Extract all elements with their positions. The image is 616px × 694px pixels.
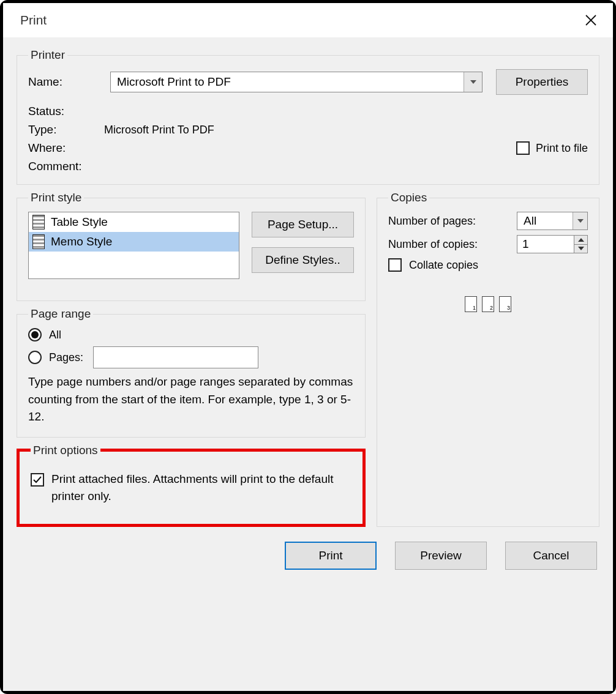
page-icon: 1 bbox=[465, 296, 477, 312]
copies-legend: Copies bbox=[388, 191, 429, 204]
chevron-down-icon bbox=[577, 219, 584, 223]
copies-group: Copies Number of pages: All Number of co… bbox=[377, 191, 599, 527]
printer-status-label: Status: bbox=[28, 105, 97, 118]
number-of-copies-value: 1 bbox=[517, 236, 574, 253]
document-icon bbox=[32, 234, 45, 249]
page-range-all-radio[interactable] bbox=[28, 328, 42, 341]
collate-label: Collate copies bbox=[409, 259, 478, 272]
printer-type-label: Type: bbox=[28, 123, 97, 136]
page-range-pages-radio[interactable] bbox=[28, 351, 42, 364]
dialog-body: Printer Name: Microsoft Print to PDF Pro… bbox=[3, 37, 613, 691]
close-icon bbox=[585, 14, 597, 26]
style-item-table[interactable]: Table Style bbox=[29, 212, 239, 232]
print-to-file-checkbox[interactable] bbox=[516, 141, 530, 155]
print-to-file-option[interactable]: Print to file bbox=[516, 141, 588, 155]
page-setup-button[interactable]: Page Setup... bbox=[252, 212, 354, 237]
print-button[interactable]: Print bbox=[285, 542, 377, 570]
page-icon: 3 bbox=[499, 296, 511, 312]
define-styles-button[interactable]: Define Styles.. bbox=[252, 247, 354, 273]
page-range-all-label: All bbox=[49, 329, 61, 341]
printer-name-value: Microsoft Print to PDF bbox=[111, 75, 464, 89]
titlebar: Print bbox=[3, 3, 613, 37]
preview-button[interactable]: Preview bbox=[395, 542, 487, 570]
printer-where-label: Where: bbox=[28, 141, 97, 155]
print-style-listbox[interactable]: Table Style Memo Style bbox=[28, 212, 239, 279]
collate-preview: 1 2 3 bbox=[388, 296, 588, 312]
printer-comment-label: Comment: bbox=[28, 160, 97, 173]
printer-legend: Printer bbox=[28, 48, 67, 62]
number-of-copies-label: Number of copies: bbox=[388, 238, 478, 251]
footer-buttons: Print Preview Cancel bbox=[17, 542, 597, 570]
window-title: Print bbox=[20, 13, 47, 28]
number-of-pages-dropdown-button[interactable] bbox=[573, 212, 587, 229]
copies-increment-button[interactable] bbox=[574, 236, 587, 245]
page-range-pages-input[interactable] bbox=[93, 346, 258, 368]
number-of-pages-select[interactable]: All bbox=[517, 212, 588, 230]
page-range-hint: Type page numbers and/or page ranges sep… bbox=[28, 373, 354, 426]
print-dialog: Print Printer Name: Microsoft Print to P… bbox=[0, 0, 616, 694]
properties-button[interactable]: Properties bbox=[496, 69, 588, 95]
collate-checkbox[interactable] bbox=[388, 258, 402, 272]
page-range-legend: Page range bbox=[28, 307, 93, 321]
print-attached-label: Print attached files. Attachments will p… bbox=[51, 471, 351, 506]
style-item-label: Memo Style bbox=[51, 235, 112, 248]
number-of-pages-value: All bbox=[517, 214, 573, 228]
style-item-label: Table Style bbox=[51, 215, 108, 229]
printer-type-value: Microsoft Print To PDF bbox=[104, 124, 214, 136]
triangle-down-icon bbox=[578, 247, 584, 250]
print-attached-checkbox[interactable] bbox=[31, 473, 44, 487]
printer-group: Printer Name: Microsoft Print to PDF Pro… bbox=[17, 48, 599, 185]
printer-name-select[interactable]: Microsoft Print to PDF bbox=[110, 72, 483, 92]
style-item-memo[interactable]: Memo Style bbox=[29, 232, 239, 252]
triangle-up-icon bbox=[578, 238, 584, 242]
print-style-legend: Print style bbox=[28, 191, 84, 204]
close-button[interactable] bbox=[581, 10, 601, 30]
chevron-down-icon bbox=[470, 80, 476, 84]
collate-option[interactable]: Collate copies bbox=[388, 258, 588, 272]
copies-decrement-button[interactable] bbox=[574, 245, 587, 253]
middle-columns: Print style Table Style Memo Style bbox=[17, 191, 599, 527]
page-range-pages-label: Pages: bbox=[49, 351, 86, 364]
page-range-group: Page range All Pages: Type page numbers … bbox=[17, 307, 366, 438]
print-to-file-label: Print to file bbox=[536, 142, 588, 155]
printer-name-dropdown-button[interactable] bbox=[464, 72, 482, 92]
number-of-copies-spinner[interactable]: 1 bbox=[517, 235, 588, 253]
cancel-button[interactable]: Cancel bbox=[505, 542, 597, 570]
page-icon: 2 bbox=[482, 296, 494, 312]
number-of-pages-label: Number of pages: bbox=[388, 215, 476, 228]
document-icon bbox=[32, 215, 45, 229]
print-options-group: Print options Print attached files. Atta… bbox=[17, 444, 366, 527]
print-options-legend: Print options bbox=[31, 444, 100, 457]
printer-name-label: Name: bbox=[28, 75, 97, 89]
print-attached-option[interactable]: Print attached files. Attachments will p… bbox=[31, 471, 351, 506]
print-style-group: Print style Table Style Memo Style bbox=[17, 191, 366, 301]
checkmark-icon bbox=[32, 475, 42, 485]
